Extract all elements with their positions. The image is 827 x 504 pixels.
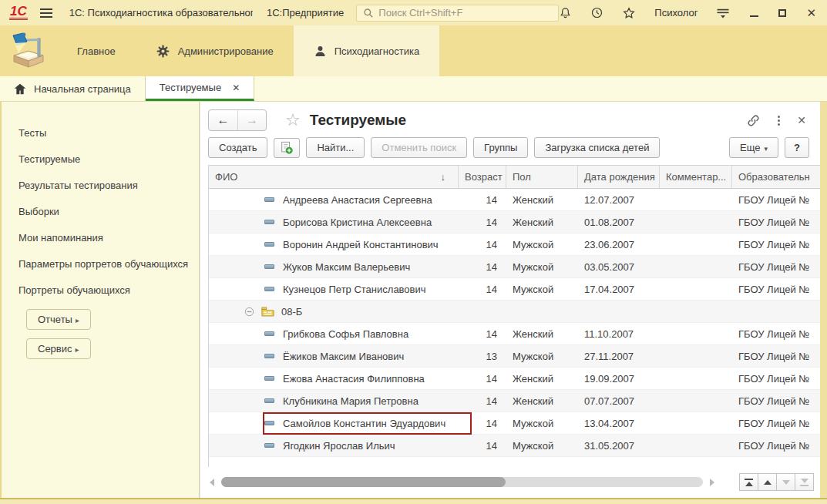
- table-row[interactable]: Ёжиков Максим Иванович13Мужской27.11.200…: [209, 345, 820, 368]
- tab-home-page[interactable]: Начальная страница: [0, 76, 146, 101]
- title-bar: 1С 1С: Психодиагностика образовательного…: [0, 0, 827, 25]
- hscroll-track[interactable]: [221, 477, 703, 487]
- hscroll-thumb[interactable]: [221, 477, 506, 487]
- person-item-icon: [264, 398, 274, 403]
- column-header-birthdate[interactable]: Дата рождения: [578, 166, 660, 188]
- sidebar-item-1[interactable]: Тестируемые: [15, 146, 199, 172]
- app-window: 1С 1С: Психодиагностика образовательного…: [0, 0, 827, 504]
- groups-button[interactable]: Группы: [473, 137, 528, 158]
- cell-education: ГБОУ Лицей №: [732, 351, 820, 362]
- page-up-button[interactable]: [758, 473, 777, 491]
- sort-desc-icon: ↓: [441, 171, 446, 183]
- scroll-left-arrow-icon[interactable]: [210, 479, 214, 486]
- cell-age: 14: [459, 261, 506, 273]
- search-icon: [363, 8, 374, 18]
- more-actions-kebab-icon[interactable]: [778, 116, 780, 126]
- table-row[interactable]: Самойлов Константин Эдуардович14Мужской1…: [209, 412, 820, 435]
- cell-fio: Клубникина Мария Петровна: [283, 395, 419, 407]
- table-row[interactable]: Ежова Анастасия Филипповна14Женский19.09…: [209, 368, 820, 390]
- cell-fio: Ягодкин Ярослав Ильич: [283, 440, 395, 452]
- history-nav-group: ← →: [208, 109, 267, 131]
- column-header-education[interactable]: Образовательн: [732, 166, 820, 188]
- ribbon-tab-main[interactable]: Главное: [57, 25, 136, 76]
- create-button[interactable]: Создать: [208, 137, 267, 158]
- current-user[interactable]: Психолог: [654, 7, 698, 18]
- sidebar-item-6[interactable]: Портреты обучающихся: [15, 277, 199, 303]
- home-icon: [14, 83, 26, 95]
- sidebar-item-0[interactable]: Тесты: [15, 120, 199, 146]
- column-header-comment[interactable]: Комментар...: [660, 166, 732, 188]
- column-header-age[interactable]: Возраст: [459, 166, 506, 188]
- table-row[interactable]: Жуков Максим Валерьевич14Мужской03.05.20…: [209, 256, 820, 278]
- go-to-top-button[interactable]: [739, 473, 758, 491]
- cell-education: ГБОУ Лицей №: [732, 261, 820, 273]
- sidebar-item-3[interactable]: Выборки: [15, 199, 199, 224]
- table-row[interactable]: Грибкова Софья Павловна14Женский11.10.20…: [209, 323, 820, 345]
- global-search-input[interactable]: Поиск Ctrl+Shift+F: [356, 5, 559, 22]
- main-menu-icon[interactable]: [40, 8, 52, 18]
- 1c-logo-icon: 1С: [9, 5, 28, 20]
- table-row[interactable]: Ягодкин Ярослав Ильич14Мужской31.05.2007…: [209, 435, 820, 457]
- cell-age: 14: [459, 194, 506, 206]
- close-tab-icon[interactable]: ✕: [232, 82, 240, 93]
- service-menu-button[interactable]: Сервис▸: [26, 338, 91, 359]
- cell-education: ГБОУ Лицей №: [732, 284, 820, 295]
- favorites-star-icon[interactable]: [622, 6, 636, 20]
- add-to-favorites-star-icon[interactable]: ☆: [285, 110, 301, 130]
- cell-sex: Женский: [506, 217, 578, 228]
- scroll-right-arrow-icon[interactable]: [710, 479, 714, 486]
- column-header-fio[interactable]: ФИО ↓: [209, 166, 459, 188]
- cell-education: ГБОУ Лицей №: [732, 418, 820, 429]
- close-panel-icon[interactable]: ✕: [797, 114, 806, 126]
- help-button[interactable]: ?: [785, 137, 809, 158]
- person-item-icon: [264, 331, 274, 336]
- cell-birthdate: 27.11.2007: [578, 351, 660, 362]
- close-window-button[interactable]: ✕: [806, 7, 816, 18]
- maximize-button[interactable]: [778, 9, 786, 17]
- table-row[interactable]: Клубникина Мария Петровна14Женский07.07.…: [209, 390, 820, 412]
- cell-age: 13: [459, 351, 506, 362]
- forward-button[interactable]: →: [237, 110, 266, 130]
- app-logo-icon: [0, 25, 57, 76]
- ribbon-tab-administration[interactable]: Администрирование: [136, 25, 294, 76]
- table-row[interactable]: Борисова Кристина Алексеевна14Женский01.…: [209, 211, 820, 234]
- cell-fio: Борисова Кристина Алексеевна: [283, 217, 432, 228]
- page-down-button[interactable]: [776, 473, 795, 491]
- cell-education: ГБОУ Лицей №: [732, 239, 820, 250]
- cell-fio: Ежова Анастасия Филипповна: [283, 373, 425, 385]
- service-menu-icon[interactable]: [716, 8, 730, 18]
- table-row[interactable]: Кузнецов Петр Станиславович14Мужской17.0…: [209, 278, 820, 301]
- create-group-button[interactable]: [274, 138, 300, 158]
- collapse-group-icon[interactable]: [244, 307, 254, 317]
- sidebar-item-2[interactable]: Результаты тестирования: [15, 173, 199, 198]
- go-to-bottom-button[interactable]: [795, 473, 814, 491]
- cancel-search-button[interactable]: Отменить поиск: [371, 137, 467, 158]
- load-children-list-button[interactable]: Загрузка списка детей: [534, 137, 660, 158]
- group-row[interactable]: 08-Б: [209, 301, 820, 323]
- window-bottom-frame: [0, 498, 827, 504]
- reports-menu-button[interactable]: Отчеты▸: [26, 309, 91, 330]
- minimize-button[interactable]: [750, 9, 758, 17]
- person-item-icon: [264, 443, 274, 448]
- get-link-icon[interactable]: [746, 113, 761, 128]
- person-item-icon: [264, 354, 274, 358]
- tab-testees[interactable]: Тестируемые ✕: [146, 76, 254, 101]
- cell-sex: Женский: [506, 328, 578, 340]
- cell-age: 14: [459, 284, 506, 295]
- table-row[interactable]: Андреева Анастасия Сергеевна14Женский12.…: [209, 189, 820, 211]
- new-folder-icon: [280, 141, 294, 155]
- sidebar-item-4[interactable]: Мои напоминания: [15, 225, 199, 250]
- find-button[interactable]: Найти...: [306, 137, 365, 158]
- search-placeholder: Поиск Ctrl+Shift+F: [378, 7, 462, 18]
- notifications-bell-icon[interactable]: [559, 6, 572, 19]
- ribbon-tab-psychodiagnostics[interactable]: Психодиагностика: [294, 25, 440, 76]
- sidebar-item-5[interactable]: Параметры портретов обучающихся: [15, 251, 199, 277]
- cell-education: ГБОУ Лицей №: [732, 440, 820, 452]
- table-row[interactable]: Воронин Андрей Константинович14Мужской23…: [209, 234, 820, 256]
- cell-birthdate: 31.05.2007: [578, 440, 660, 452]
- history-icon[interactable]: [590, 6, 603, 19]
- column-header-sex[interactable]: Пол: [506, 166, 578, 188]
- person-item-icon: [264, 197, 274, 202]
- more-button[interactable]: Еще▾: [729, 137, 778, 158]
- back-button[interactable]: ←: [209, 110, 237, 130]
